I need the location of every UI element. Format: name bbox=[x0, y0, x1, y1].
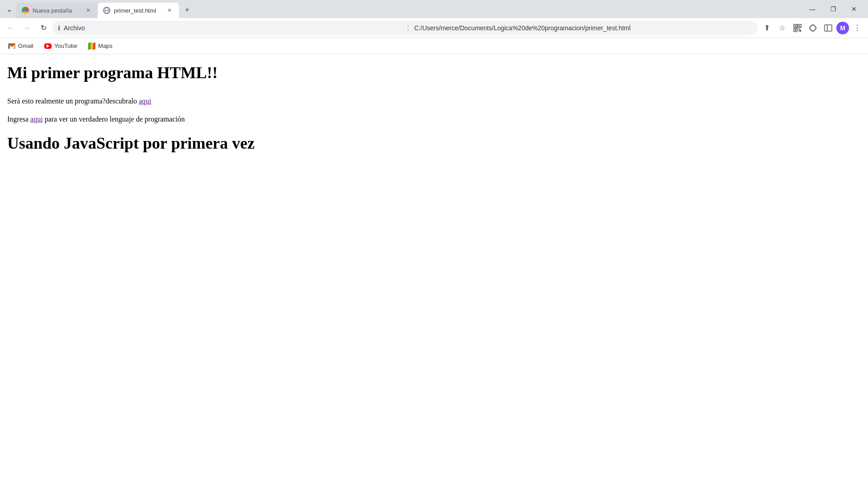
paragraph-1: Será esto realmente un programa?descubra… bbox=[7, 96, 861, 107]
maps-label: Maps bbox=[98, 42, 113, 49]
close-button[interactable]: ✕ bbox=[844, 2, 864, 16]
menu-button[interactable]: ⋮ bbox=[850, 21, 864, 35]
svg-rect-7 bbox=[799, 25, 800, 27]
tab-list-button[interactable]: ⌄ bbox=[2, 2, 16, 16]
svg-rect-10 bbox=[799, 28, 800, 29]
share-icon: ⬆ bbox=[764, 23, 770, 32]
svg-marker-17 bbox=[90, 42, 93, 50]
gmail-icon bbox=[8, 42, 15, 50]
bookmark-gmail[interactable]: Gmail bbox=[4, 41, 38, 52]
bookmark-icon: ☆ bbox=[779, 23, 785, 32]
paragraph-1-link[interactable]: aqui bbox=[139, 97, 151, 105]
profile-button[interactable]: M bbox=[836, 22, 849, 34]
tab-nueva-close[interactable]: ✕ bbox=[84, 6, 92, 14]
page-heading-1: Mi primer programa HTML!! bbox=[7, 63, 861, 82]
svg-marker-16 bbox=[88, 42, 90, 50]
svg-rect-12 bbox=[799, 30, 801, 32]
sidebar-icon bbox=[824, 23, 833, 33]
paragraph-2: Ingresa aqui para ver un verdadero lengu… bbox=[7, 114, 861, 125]
new-tab-button[interactable]: + bbox=[181, 4, 193, 16]
minimize-button[interactable]: — bbox=[802, 2, 823, 16]
extensions-icon bbox=[808, 23, 817, 33]
tab-list-icon: ⌄ bbox=[6, 5, 12, 14]
forward-button[interactable]: → bbox=[20, 21, 34, 35]
sidebar-button[interactable] bbox=[821, 21, 835, 35]
address-bar[interactable]: ℹ Archivo | C:/Users/merce/Documents/Log… bbox=[52, 21, 758, 35]
address-prefix: Archivo bbox=[64, 24, 402, 32]
tab-primer-test-label: primer_test.html bbox=[114, 7, 162, 14]
svg-rect-9 bbox=[798, 28, 799, 29]
toolbar-actions: ⬆ ☆ bbox=[760, 21, 864, 35]
qr-button[interactable] bbox=[790, 21, 805, 35]
forward-icon: → bbox=[24, 24, 31, 32]
tab-nueva-icon bbox=[22, 7, 29, 14]
tab-primer-test[interactable]: primer_test.html ✕ bbox=[98, 3, 179, 18]
youtube-label: YouTube bbox=[54, 42, 77, 49]
window-controls: — ❐ ✕ bbox=[802, 2, 868, 18]
tab-primer-test-icon bbox=[103, 7, 110, 14]
bookmarks-bar: Gmail YouTube Maps bbox=[0, 38, 868, 54]
tab-nueva-label: Nueva pestaña bbox=[33, 7, 80, 14]
extensions-button[interactable] bbox=[806, 21, 820, 35]
paragraph-2-before: Ingresa bbox=[7, 115, 30, 123]
address-separator: | bbox=[407, 24, 409, 32]
paragraph-1-text: Será esto realmente un programa?descubra… bbox=[7, 97, 139, 105]
paragraph-2-after: para ver un verdadero lenguaje de progra… bbox=[43, 115, 185, 123]
qr-icon bbox=[793, 23, 802, 33]
maps-icon bbox=[88, 42, 95, 50]
svg-rect-13 bbox=[825, 25, 832, 31]
address-info-icon: ℹ bbox=[58, 24, 60, 32]
toolbar: ← → ↻ ℹ Archivo | C:/Users/merce/Documen… bbox=[0, 18, 868, 38]
reload-icon: ↻ bbox=[41, 23, 47, 32]
page-heading-2: Usando JavaScript por primera vez bbox=[7, 134, 861, 153]
bookmark-button[interactable]: ☆ bbox=[775, 21, 789, 35]
bookmark-youtube[interactable]: YouTube bbox=[40, 41, 82, 52]
title-bar: ⌄ Nueva pestaña ✕ primer_test.html ✕ + —… bbox=[0, 0, 868, 18]
back-button[interactable]: ← bbox=[4, 21, 18, 35]
reload-button[interactable]: ↻ bbox=[36, 21, 51, 35]
svg-rect-6 bbox=[795, 25, 796, 27]
svg-marker-18 bbox=[93, 42, 95, 50]
paragraph-2-link[interactable]: aqui bbox=[30, 115, 43, 123]
share-button[interactable]: ⬆ bbox=[760, 21, 774, 35]
menu-icon: ⋮ bbox=[854, 23, 861, 32]
tab-primer-test-close[interactable]: ✕ bbox=[165, 6, 174, 14]
maximize-button[interactable]: ❐ bbox=[823, 2, 844, 16]
gmail-label: Gmail bbox=[18, 42, 33, 49]
svg-rect-11 bbox=[798, 30, 799, 31]
web-content: Mi primer programa HTML!! Será esto real… bbox=[0, 54, 868, 488]
youtube-icon bbox=[44, 42, 52, 50]
tab-nueva-pestana[interactable]: Nueva pestaña ✕ bbox=[16, 3, 98, 18]
svg-rect-8 bbox=[795, 29, 796, 31]
bookmark-maps[interactable]: Maps bbox=[84, 41, 117, 52]
back-icon: ← bbox=[7, 24, 14, 32]
address-url: C:/Users/merce/Documents/Logica%20de%20p… bbox=[414, 24, 752, 32]
profile-letter: M bbox=[840, 24, 845, 32]
